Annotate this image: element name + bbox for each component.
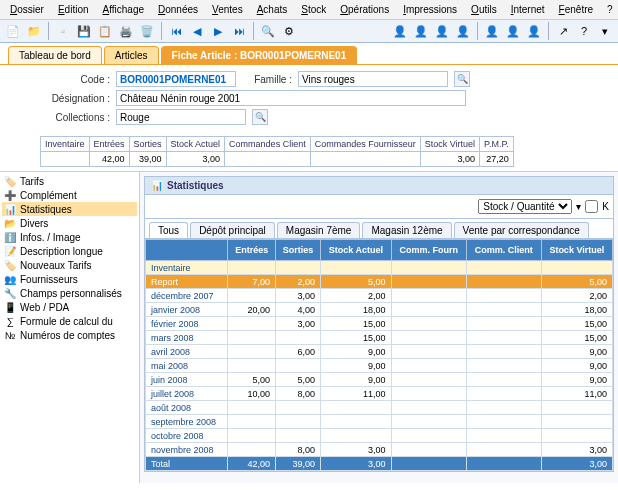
famille-lookup-icon[interactable]: 🔍 — [454, 71, 470, 87]
grid-row[interactable]: Inventaire — [146, 261, 613, 275]
sidebar-icon: 🔧 — [4, 287, 16, 299]
user5-icon[interactable]: 👤 — [483, 22, 501, 40]
grid-cell — [276, 429, 321, 443]
menu-outils[interactable]: Outils — [465, 2, 503, 17]
menu-internet[interactable]: Internet — [505, 2, 551, 17]
summary-cell: 39,00 — [129, 152, 166, 167]
grid-cell — [466, 429, 541, 443]
sidebar-item-description-longue[interactable]: 📝Description longue — [2, 244, 137, 258]
menu-dossier[interactable]: Dossier — [4, 2, 50, 17]
famille-input[interactable] — [298, 71, 448, 87]
grid-cell — [466, 359, 541, 373]
grid-row[interactable]: juillet 200810,008,0011,0011,00 — [146, 387, 613, 401]
grid-row[interactable]: Report7,002,005,005,00 — [146, 275, 613, 289]
code-input[interactable] — [116, 71, 236, 87]
sidebar-item-fournisseurs[interactable]: 👥Fournisseurs — [2, 272, 137, 286]
grid-cell — [391, 331, 466, 345]
subtab[interactable]: Magasin 12ème — [362, 222, 451, 238]
last-icon[interactable]: ⏭ — [230, 22, 248, 40]
grid-row[interactable]: novembre 20088,003,003,00 — [146, 443, 613, 457]
grid-cell: 3,00 — [541, 457, 612, 471]
subtab[interactable]: Dépôt principal — [190, 222, 275, 238]
menu-ventes[interactable]: Ventes — [206, 2, 249, 17]
grid-row[interactable]: juin 20085,005,009,009,00 — [146, 373, 613, 387]
menu-achats[interactable]: Achats — [251, 2, 294, 17]
grid-row[interactable]: octobre 2008 — [146, 429, 613, 443]
grid-cell — [466, 331, 541, 345]
grid-cell: 9,00 — [321, 359, 392, 373]
new-icon[interactable]: ▫️ — [54, 22, 72, 40]
sidebar-item-statistiques[interactable]: 📊Statistiques — [2, 202, 137, 216]
sidebar-item-formule-de-calcul-du[interactable]: ∑Formule de calcul du — [2, 314, 137, 328]
filter-icon[interactable]: ⚙ — [280, 22, 298, 40]
first-icon[interactable]: ⏮ — [167, 22, 185, 40]
prev-icon[interactable]: ◀ — [188, 22, 206, 40]
menu-données[interactable]: Données — [152, 2, 204, 17]
sidebar-item-num-ros-de-comptes[interactable]: №Numéros de comptes — [2, 328, 137, 342]
next-icon[interactable]: ▶ — [209, 22, 227, 40]
view-select[interactable]: Stock / Quantité — [478, 199, 572, 214]
grid-row[interactable]: mai 20089,009,00 — [146, 359, 613, 373]
menu-fenêtre[interactable]: Fenêtre — [553, 2, 599, 17]
sidebar-icon: 👥 — [4, 273, 16, 285]
dropdown-chevron-icon[interactable]: ▾ — [576, 201, 581, 212]
k-checkbox[interactable] — [585, 200, 598, 213]
collections-lookup-icon[interactable]: 🔍 — [252, 109, 268, 125]
menu-edition[interactable]: Edition — [52, 2, 95, 17]
collections-input[interactable] — [116, 109, 246, 125]
help-icon[interactable]: ? — [575, 22, 593, 40]
grid-row[interactable]: février 20083,0015,0015,00 — [146, 317, 613, 331]
save-icon[interactable]: 💾 — [75, 22, 93, 40]
tab-fiche[interactable]: Fiche Article : BOR0001POMERNE01 — [161, 46, 358, 64]
sidebar-item-nouveaux-tarifs[interactable]: 🏷️Nouveaux Tarifs — [2, 258, 137, 272]
tab-dashboard[interactable]: Tableau de bord — [8, 46, 102, 64]
grid-row[interactable]: décembre 20073,002,002,00 — [146, 289, 613, 303]
grid-cell — [466, 415, 541, 429]
user4-icon[interactable]: 👤 — [454, 22, 472, 40]
menu-opérations[interactable]: Opérations — [334, 2, 395, 17]
summary-header: Entrées — [89, 137, 129, 152]
dropdown-icon[interactable]: ▾ — [596, 22, 614, 40]
sidebar-item-web-pda[interactable]: 📱Web / PDA — [2, 300, 137, 314]
user1-icon[interactable]: 👤 — [391, 22, 409, 40]
designation-input[interactable] — [116, 90, 466, 106]
code-label: Code : — [40, 74, 110, 85]
user6-icon[interactable]: 👤 — [504, 22, 522, 40]
tab-articles[interactable]: Articles — [104, 46, 159, 64]
grid-row-label: janvier 2008 — [146, 303, 228, 317]
new-record-icon[interactable]: 📄 — [4, 22, 22, 40]
grid-row[interactable]: Total42,0039,003,003,00 — [146, 457, 613, 471]
grid-cell: 5,00 — [228, 373, 276, 387]
user2-icon[interactable]: 👤 — [412, 22, 430, 40]
sidebar-item-infos-image[interactable]: ℹ️Infos. / Image — [2, 230, 137, 244]
subtab[interactable]: Vente par correspondance — [454, 222, 589, 238]
user7-icon[interactable]: 👤 — [525, 22, 543, 40]
menu-stock[interactable]: Stock — [295, 2, 332, 17]
chart-icon: 📊 — [151, 180, 163, 191]
sidebar-label: Divers — [20, 218, 48, 229]
print-icon[interactable]: 🖨️ — [117, 22, 135, 40]
grid-row[interactable]: mars 200815,0015,00 — [146, 331, 613, 345]
grid-row[interactable]: janvier 200820,004,0018,0018,00 — [146, 303, 613, 317]
sidebar-item-divers[interactable]: 📂Divers — [2, 216, 137, 230]
grid-row[interactable]: avril 20086,009,009,00 — [146, 345, 613, 359]
user3-icon[interactable]: 👤 — [433, 22, 451, 40]
sidebar-label: Complément — [20, 190, 77, 201]
folder-icon[interactable]: 📁 — [25, 22, 43, 40]
copy-icon[interactable]: 📋 — [96, 22, 114, 40]
subtab[interactable]: Tous — [149, 222, 188, 238]
grid-header: Comm. Client — [466, 240, 541, 261]
menu-impressions[interactable]: Impressions — [397, 2, 463, 17]
external-icon[interactable]: ↗ — [554, 22, 572, 40]
grid-row[interactable]: septembre 2008 — [146, 415, 613, 429]
delete-icon[interactable]: 🗑️ — [138, 22, 156, 40]
sidebar-item-tarifs[interactable]: 🏷️Tarifs — [2, 174, 137, 188]
grid-row[interactable]: août 2008 — [146, 401, 613, 415]
subtab[interactable]: Magasin 7ème — [277, 222, 361, 238]
sidebar-item-champs-personnalis-s[interactable]: 🔧Champs personnalisés — [2, 286, 137, 300]
grid-row-label: Total — [146, 457, 228, 471]
menu-?[interactable]: ? — [601, 2, 618, 17]
search-icon[interactable]: 🔍 — [259, 22, 277, 40]
menu-affichage[interactable]: Affichage — [97, 2, 151, 17]
sidebar-item-compl-ment[interactable]: ➕Complément — [2, 188, 137, 202]
